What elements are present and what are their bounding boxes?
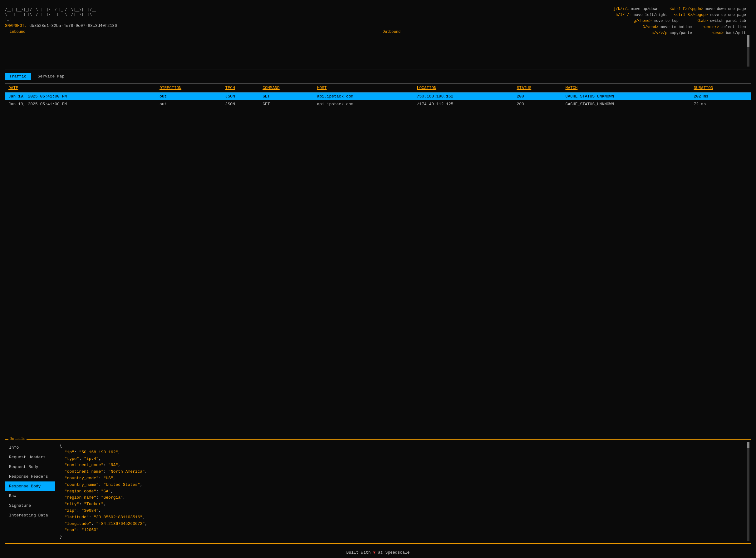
cell-tech: JSON xyxy=(222,100,260,108)
shortcut-key: <ctrl-B>/<pgup> xyxy=(674,13,708,17)
cell-duration: 72 ms xyxy=(691,100,751,108)
footer: Built with ♥ at Speedscale xyxy=(0,547,756,558)
shortcut-key: j/k/↑/↓ xyxy=(613,7,629,11)
cell-location: /50.168.198.162 xyxy=(413,93,513,101)
table-row[interactable]: Jan 19, 2025 05:41:00 PMoutJSONGETapi.ip… xyxy=(5,100,751,108)
panels-row: Inbound Outbound xyxy=(5,32,751,69)
col-direction[interactable]: DIRECTION xyxy=(156,84,222,93)
cell-direction: out xyxy=(156,93,222,101)
cell-status: 200 xyxy=(513,93,562,101)
outbound-scrollbar-thumb xyxy=(747,35,750,47)
sidebar-item-interesting-data[interactable]: Interesting Data xyxy=(5,510,55,520)
shortcut-key: <ctrl-F>/<pgdn> xyxy=(670,7,703,11)
sidebar-item-response-headers[interactable]: Response Headers xyxy=(5,472,55,481)
cell-location: /174.49.112.125 xyxy=(413,100,513,108)
sidebar-item-signature[interactable]: Signature xyxy=(5,501,55,510)
shortcut-key: g/<home> xyxy=(633,19,652,23)
shortcut-key: <tab> xyxy=(697,19,708,23)
traffic-table: DATE DIRECTION TECH COMMAND HOST LOCATIO… xyxy=(5,84,751,108)
cell-tech: JSON xyxy=(222,93,260,101)
tab-service-map[interactable]: Service Map xyxy=(33,73,69,80)
cell-status: 200 xyxy=(513,100,562,108)
cell-date: Jan 19, 2025 05:41:00 PM xyxy=(5,93,156,101)
json-content: { "ip": "50.168.198.162", "type": "ipv4"… xyxy=(60,443,746,540)
sidebar-item-response-body[interactable]: Response Body xyxy=(5,481,55,491)
details-scrollbar-thumb xyxy=(747,442,750,448)
footer-text-after: at Speedscale xyxy=(376,550,409,555)
tab-traffic[interactable]: Traffic xyxy=(5,73,31,80)
table-header-row: DATE DIRECTION TECH COMMAND HOST LOCATIO… xyxy=(5,84,751,93)
col-match[interactable]: MATCH xyxy=(562,84,691,93)
tabs-row: Traffic Service Map xyxy=(5,73,751,80)
col-status[interactable]: STATUS xyxy=(513,84,562,93)
col-duration[interactable]: DURATION xyxy=(691,84,751,93)
details-content: { "ip": "50.168.198.162", "type": "ipv4"… xyxy=(55,439,751,543)
shortcut-key: <enter> xyxy=(703,25,719,29)
shortcut-key: h/l/←/→ xyxy=(616,13,631,17)
cell-date: Jan 19, 2025 05:41:00 PM xyxy=(5,100,156,108)
outbound-scrollbar[interactable] xyxy=(747,35,750,67)
cell-match: CACHE_STATUS_UNKNOWN xyxy=(562,93,691,101)
details-inner: InfoRequest HeadersRequest BodyResponse … xyxy=(5,439,751,543)
cell-direction: out xyxy=(156,100,222,108)
col-date[interactable]: DATE xyxy=(5,84,156,93)
table-row[interactable]: Jan 19, 2025 05:41:00 PMoutJSONGETapi.ip… xyxy=(5,93,751,101)
sidebar-item-request-headers[interactable]: Request Headers xyxy=(5,452,55,462)
details-label: Details xyxy=(8,437,27,441)
details-section: Details InfoRequest HeadersRequest BodyR… xyxy=(5,439,751,543)
cell-duration: 202 ms xyxy=(691,93,751,101)
cell-match: CACHE_STATUS_UNKNOWN xyxy=(562,100,691,108)
col-host[interactable]: HOST xyxy=(314,84,413,93)
traffic-section: DATE DIRECTION TECH COMMAND HOST LOCATIO… xyxy=(5,83,751,434)
snapshot-label: SNAPSHOT: xyxy=(5,23,27,28)
col-location[interactable]: LOCATION xyxy=(413,84,513,93)
sidebar-item-raw[interactable]: Raw xyxy=(5,491,55,501)
inbound-label: Inbound xyxy=(8,30,27,34)
inbound-panel: Inbound xyxy=(5,32,378,69)
sidebar-item-request-body[interactable]: Request Body xyxy=(5,462,55,472)
cell-command: GET xyxy=(260,100,314,108)
col-tech[interactable]: TECH xyxy=(222,84,260,93)
footer-text-before: Built with xyxy=(347,550,373,555)
cell-host: api.ipstack.com xyxy=(314,93,413,101)
snapshot-value: db8528e1-32ba-4e78-9c07-88c3d40f2136 xyxy=(29,23,117,28)
col-command[interactable]: COMMAND xyxy=(260,84,314,93)
cell-host: api.ipstack.com xyxy=(314,100,413,108)
outbound-panel: Outbound xyxy=(378,32,751,69)
details-sidebar: InfoRequest HeadersRequest BodyResponse … xyxy=(5,439,55,543)
details-scrollbar[interactable] xyxy=(747,442,750,541)
outbound-label: Outbound xyxy=(381,30,402,34)
sidebar-item-info[interactable]: Info xyxy=(5,443,55,452)
shortcut-key: G/<end> xyxy=(643,25,658,29)
cell-command: GET xyxy=(260,93,314,101)
